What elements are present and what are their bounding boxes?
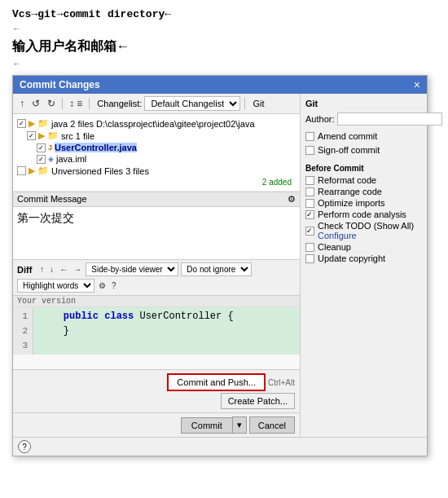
amend-label: Amend commit [318,131,377,141]
separator1 [62,98,63,109]
perform-label: Perform code analysis [318,209,406,219]
code-lines: public class UserController { } [33,307,300,355]
arrow1: ← [12,24,436,33]
line-num: 1 [18,309,28,324]
cleanup-checkbox[interactable] [305,243,314,252]
commit-msg-header: Commit Message ⚙ [13,192,300,207]
right-panel: Git Author: Amend commit Sign-off commit… [301,94,427,437]
optimize-checkbox[interactable] [305,199,314,208]
cleanup-label: Cleanup [318,242,351,252]
create-patch-button[interactable]: Create Patch... [221,393,295,409]
checkbox-reformat: Reformat code [305,175,422,185]
toolbar-undo-btn[interactable]: ↺ [29,97,42,110]
bottom-buttons-row: Commit and Push... Ctrl+Alt Create Patch… [167,373,295,409]
viewer-select[interactable]: Side-by-side viewer [86,262,178,276]
keyword-public: public [64,311,99,322]
diff-title: Diff [17,265,32,275]
diff-left-btn[interactable]: ← [58,264,69,275]
signoff-checkbox[interactable] [305,146,314,155]
dialog-footer: ? [13,437,427,456]
diff-up-btn[interactable]: ↑ [38,264,46,275]
toolbar-redo-btn[interactable]: ↻ [45,97,58,110]
tree-checkbox[interactable] [37,155,46,164]
tree-label-iml: java.iml [56,154,86,164]
ignore-select[interactable]: Do not ignore [181,262,252,276]
diff-right-btn[interactable]: → [72,264,83,275]
changelist-label: Changelist: [97,99,142,108]
line-numbers: 1 2 3 [13,307,33,355]
toolbar: ↑ ↺ ↻ ↕ ≡ Changelist: Default Changelist… [13,94,300,114]
amend-checkbox[interactable] [305,132,314,141]
bottom-bar: Commit and Push... Ctrl+Alt Create Patch… [13,369,300,412]
tree-item[interactable]: ▶ 📁 java 2 files D:\classproject\idea\gi… [17,117,296,130]
toolbar-sort-btn[interactable]: ↕ ≡ [67,97,85,110]
commit-msg-label: Commit Message [17,194,87,205]
commit-msg-area[interactable]: 第一次提交 [13,207,300,260]
tree-item[interactable]: ◈ java.iml [17,153,296,165]
rearrange-checkbox[interactable] [305,187,314,196]
tree-checkbox[interactable] [37,143,46,152]
cancel-button[interactable]: Cancel [249,416,295,434]
added-badge: 2 added [17,177,296,187]
copyright-label: Update copyright [318,253,385,263]
tree-checkbox[interactable] [17,166,26,175]
checkbox-amend: Amend commit [305,131,422,141]
commit-group: Commit ▾ [181,416,247,434]
commit-push-row: Commit and Push... Ctrl+Alt [167,373,295,391]
tree-checkbox[interactable] [27,131,36,140]
author-label: Author: [305,114,334,124]
todo-checkbox[interactable] [305,227,314,236]
before-commit-section: Before Commit Reformat code Rearrange co… [305,164,422,265]
toolbar-up-btn[interactable]: ↑ [17,97,27,110]
git-label: Git [253,99,264,108]
diff-down-btn[interactable]: ↓ [48,264,55,275]
checkbox-optimize: Optimize imports [305,198,422,208]
close-button[interactable]: × [414,79,420,90]
commit-msg-icon: ⚙ [288,194,296,205]
tree-item[interactable]: J UserController.java [17,142,296,153]
separator3 [244,98,245,109]
checkbox-rearrange: Rearrange code [305,187,422,196]
commit-dropdown-button[interactable]: ▾ [232,416,247,434]
reformat-label: Reformat code [318,175,376,185]
commit-and-push-button[interactable]: Commit and Push... [167,373,266,391]
java-file-icon: J [48,143,52,152]
code-line: public class UserController { [40,309,293,324]
before-commit-title: Before Commit [305,164,422,173]
perform-checkbox[interactable] [305,210,314,219]
dialog-titlebar: Commit Changes × [13,76,427,94]
iml-file-icon: ◈ [48,155,54,163]
changelist-select[interactable]: Default Changelist [144,96,240,111]
help-button[interactable]: ? [18,440,31,453]
folder-icon: ▶ 📁 [29,165,49,176]
left-panel: ↑ ↺ ↻ ↕ ≡ Changelist: Default Changelist… [13,94,301,437]
keyword-class: class [104,311,134,322]
signoff-label: Sign-off commit [318,145,380,155]
tree-checkbox[interactable] [17,119,26,128]
diff-help-btn[interactable]: ? [110,280,118,291]
shortcut-hint: Ctrl+Alt [268,378,295,387]
rearrange-label: Rearrange code [318,187,382,196]
commit-button[interactable]: Commit [181,417,232,434]
checkbox-signoff: Sign-off commit [305,145,422,155]
highlight-select[interactable]: Highlight words [17,279,94,293]
diff-code-area: Your version 1 2 3 public class UserCont… [13,296,300,369]
arrow2: ← [12,59,436,68]
tree-label-unversioned: Unversioned Files 3 files [51,166,149,176]
diff-header: Diff ↑ ↓ ← → Side-by-side viewer Do not … [13,260,300,296]
dialog-body: ↑ ↺ ↻ ↕ ≡ Changelist: Default Changelist… [13,94,427,437]
configure-link[interactable]: Configure [318,231,357,240]
tree-item[interactable]: ▶ 📁 src 1 file [17,130,296,142]
tree-item[interactable]: ▶ 📁 Unversioned Files 3 files [17,165,296,177]
author-input[interactable] [337,112,442,126]
checkbox-cleanup: Cleanup [305,242,422,252]
todo-label: Check TODO (Show All) Configure [318,221,422,240]
diff-code-lines: 1 2 3 public class UserController { } [13,307,300,355]
checkbox-todo: Check TODO (Show All) Configure [305,221,422,240]
copyright-checkbox[interactable] [305,254,314,263]
reformat-checkbox[interactable] [305,176,314,185]
diff-settings-btn[interactable]: ⚙ [97,280,108,291]
section-title: 输入用户名和邮箱← [12,38,436,55]
page-content: Vcs→git→commit directory← ← 输入用户名和邮箱← ← … [0,0,448,465]
tree-label: src 1 file [61,131,94,141]
